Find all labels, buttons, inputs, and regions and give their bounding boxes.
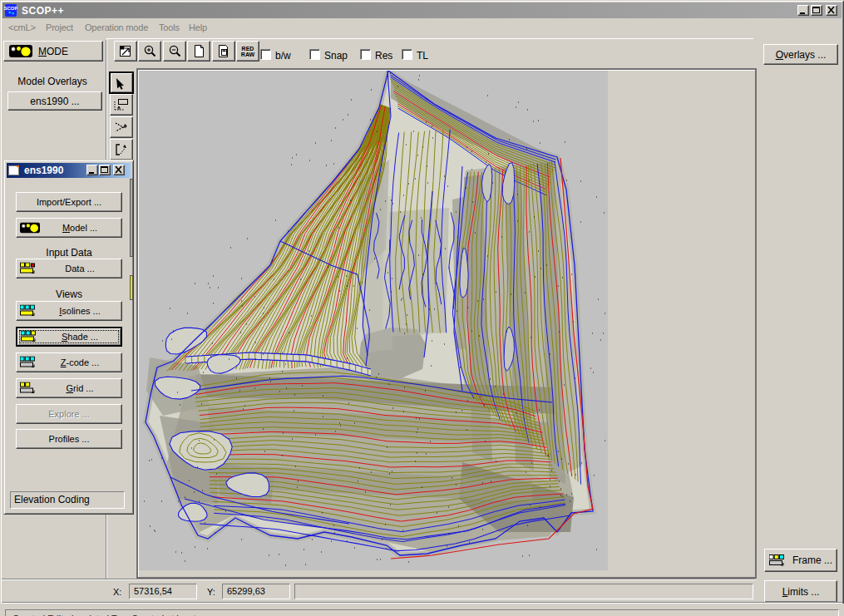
svg-text:SCOP: SCOP [4, 6, 17, 11]
